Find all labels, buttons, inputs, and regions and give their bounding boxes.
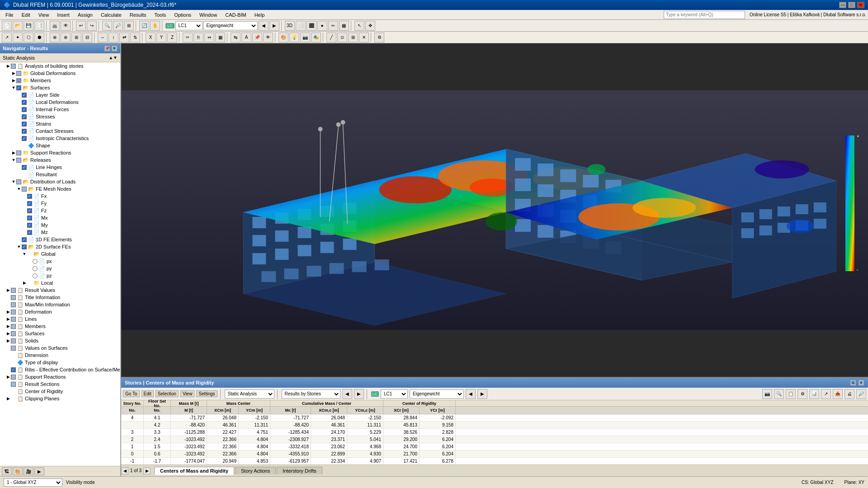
- tb2-copy[interactable]: ⎘: [193, 33, 203, 42]
- tb2-grid[interactable]: ⊞: [348, 33, 358, 42]
- panel-tb-2[interactable]: 🔍: [774, 389, 784, 399]
- nav-sub-arrows[interactable]: ▲▼: [108, 55, 118, 60]
- tb2-11[interactable]: ⇄: [119, 33, 129, 42]
- table-row[interactable]: 0 0.6 -1023.492 22.366 4.804 -4355.910 2…: [121, 450, 868, 458]
- cb-line-hinges[interactable]: ✓: [22, 165, 27, 170]
- tb2-render[interactable]: 🎨: [278, 33, 288, 42]
- tree-item-mx[interactable]: ✓ 📄 Mx: [0, 214, 120, 221]
- tb2-calc[interactable]: ⚙: [374, 33, 384, 42]
- menu-view[interactable]: View: [35, 11, 53, 19]
- cb-fx[interactable]: ✓: [27, 194, 32, 199]
- expand-members-1[interactable]: ▶: [11, 77, 16, 84]
- expand-fe-mesh[interactable]: ▼: [16, 186, 22, 192]
- tb2-cam[interactable]: 📷: [300, 33, 310, 42]
- tree-item-isotropic[interactable]: ✓ 📄 Isotropic Characteristics: [0, 135, 120, 142]
- cb-dist-loads[interactable]: [16, 179, 21, 184]
- tb-show-nodes[interactable]: ●: [317, 21, 327, 31]
- tb2-text[interactable]: A: [241, 33, 251, 42]
- tb2-clr[interactable]: 🎭: [311, 33, 321, 42]
- tb2-8[interactable]: ⊟: [82, 33, 92, 42]
- close-btn[interactable]: ✕: [857, 2, 864, 8]
- tree-item-releases[interactable]: ▼ 📂 Releases: [0, 156, 120, 164]
- cb-mx[interactable]: ✓: [27, 216, 32, 221]
- btn-selection[interactable]: Selection: [156, 390, 179, 397]
- tree-item-support-reactions-2[interactable]: ▶ 📋 Support Reactions: [0, 373, 120, 380]
- expand-members-2[interactable]: ▶: [5, 323, 11, 329]
- tb2-axis-z[interactable]: Z: [167, 33, 177, 42]
- tree-item-local[interactable]: ▶ 📁 Local: [0, 279, 120, 286]
- menu-assign[interactable]: Assign: [74, 11, 96, 19]
- results-next[interactable]: ▶: [354, 389, 364, 399]
- expand-result-values[interactable]: ▶: [5, 287, 11, 293]
- tree-item-dimension[interactable]: 📋 Dimension: [0, 352, 120, 359]
- tb-prev-lc[interactable]: ◀: [259, 21, 269, 31]
- cb-isotropic[interactable]: ✓: [22, 136, 27, 141]
- tree-item-pz[interactable]: 📄 pz: [0, 272, 120, 279]
- cb-lines[interactable]: [11, 317, 16, 322]
- cb-members-2[interactable]: [11, 324, 16, 329]
- table-row[interactable]: 4.2 -88.420 46.361 11.311 -88.420 46.361…: [121, 422, 868, 429]
- nav-btn-video[interactable]: 🎥: [24, 467, 33, 475]
- tb-preview[interactable]: 👁️: [61, 21, 71, 31]
- menu-edit[interactable]: Edit: [18, 11, 34, 19]
- tree-item-surfaces-1[interactable]: ▼ ✓ 📂 Surfaces: [0, 84, 120, 91]
- menu-tools[interactable]: Tools: [151, 11, 170, 19]
- panel-tb-5[interactable]: 📊: [809, 389, 819, 399]
- expand-deformation[interactable]: ▶: [5, 309, 11, 315]
- tree-item-2d-fe[interactable]: ▼ ✓ 📂 2D Surface FEs: [0, 243, 120, 250]
- tree-item-center-rigidity[interactable]: 📋 Center of Rigidity: [0, 388, 120, 395]
- tree-item-ribs[interactable]: ✓ 📋 Ribs - Effective Contribution on Sur…: [0, 366, 120, 373]
- tree-item-dist-loads[interactable]: ▼ 📂 Distribution of Loads: [0, 178, 120, 185]
- cb-fy[interactable]: ✓: [27, 201, 32, 206]
- tb-new[interactable]: 📄: [2, 21, 12, 31]
- tb2-mirror[interactable]: ⇔: [204, 33, 214, 42]
- menu-insert[interactable]: Insert: [53, 11, 73, 19]
- panel-tb-1[interactable]: 📷: [762, 389, 772, 399]
- tb2-pin[interactable]: 📌: [252, 33, 262, 42]
- tb-zoom-out[interactable]: 🔎: [113, 21, 123, 31]
- tree-item-py[interactable]: 📄 py: [0, 265, 120, 272]
- table-body[interactable]: 4 4.1 -71.727 26.048 -2.150 -71.727 26.0…: [121, 414, 868, 465]
- tb-move[interactable]: ✥: [365, 21, 375, 31]
- table-row[interactable]: 2 2.4 -1023.492 22.366 4.804 -2308.927 2…: [121, 436, 868, 443]
- tree-item-values-surfaces[interactable]: 📋 Values on Surfaces: [0, 344, 120, 352]
- tab-interstory-drifts[interactable]: Interstory Drifts: [277, 467, 322, 474]
- cb-result-sections[interactable]: [11, 382, 16, 387]
- expand-2d-fe[interactable]: ▼: [16, 244, 22, 250]
- tree-item-fy[interactable]: ✓ 📄 Fy: [0, 200, 120, 207]
- cb-analysis-stories[interactable]: [11, 64, 16, 69]
- tb2-axis-x[interactable]: X: [146, 33, 156, 42]
- results-prev[interactable]: ◀: [342, 389, 352, 399]
- viewport-3d[interactable]: + -: [121, 43, 868, 377]
- cb-strains[interactable]: ✓: [22, 122, 27, 127]
- menu-cadbim[interactable]: CAD-BIM: [222, 11, 250, 19]
- table-row[interactable]: 4 4.1 -71.727 26.048 -2.150 -71.727 26.0…: [121, 414, 868, 422]
- tree-item-shape[interactable]: 🔷 Shape: [0, 142, 120, 149]
- tree-item-global[interactable]: ▼ 📂 Global: [0, 250, 120, 258]
- tree-item-my[interactable]: ✓ 📄 My: [0, 221, 120, 229]
- analysis-type-combo[interactable]: Static Analysis: [225, 389, 274, 399]
- cb-2d-fe[interactable]: ✓: [22, 244, 27, 249]
- tree-item-support-reactions-1[interactable]: ▶ 📁 Support Reactions: [0, 149, 120, 156]
- tb2-12[interactable]: ⇅: [130, 33, 140, 42]
- tree-item-resultant[interactable]: 📄 Resultant: [0, 171, 120, 178]
- lc-name-selector[interactable]: Eigengewicht: [203, 21, 258, 30]
- menu-window[interactable]: Window: [196, 11, 221, 19]
- cb-stresses[interactable]: ✓: [22, 114, 27, 119]
- tb2-cross[interactable]: ✕: [359, 33, 369, 42]
- expand-dist-loads[interactable]: ▼: [11, 178, 16, 185]
- cb-global-deform[interactable]: [16, 71, 21, 76]
- cb-deformation[interactable]: [11, 310, 16, 314]
- nav-btn-model[interactable]: 🏗: [2, 467, 12, 475]
- panel-tb-3[interactable]: 📋: [786, 389, 796, 399]
- tree-item-fe-mesh-nodes[interactable]: ▼ 📂 FE Mesh Nodes: [0, 185, 120, 192]
- results-by-combo[interactable]: Results by Stories: [282, 389, 340, 399]
- cb-1d-fe[interactable]: ✓: [22, 237, 27, 242]
- tree-item-type-display[interactable]: 🔷 Type of display: [0, 359, 120, 366]
- tb2-2[interactable]: ✦: [13, 33, 23, 42]
- radio-px[interactable]: [33, 259, 38, 264]
- tree-item-fx[interactable]: ✓ 📄 Fx: [0, 192, 120, 200]
- menu-help[interactable]: Help: [251, 11, 269, 19]
- tree-item-surfaces-2[interactable]: ▶ 📋 Surfaces: [0, 330, 120, 337]
- minimize-btn[interactable]: —: [839, 2, 846, 8]
